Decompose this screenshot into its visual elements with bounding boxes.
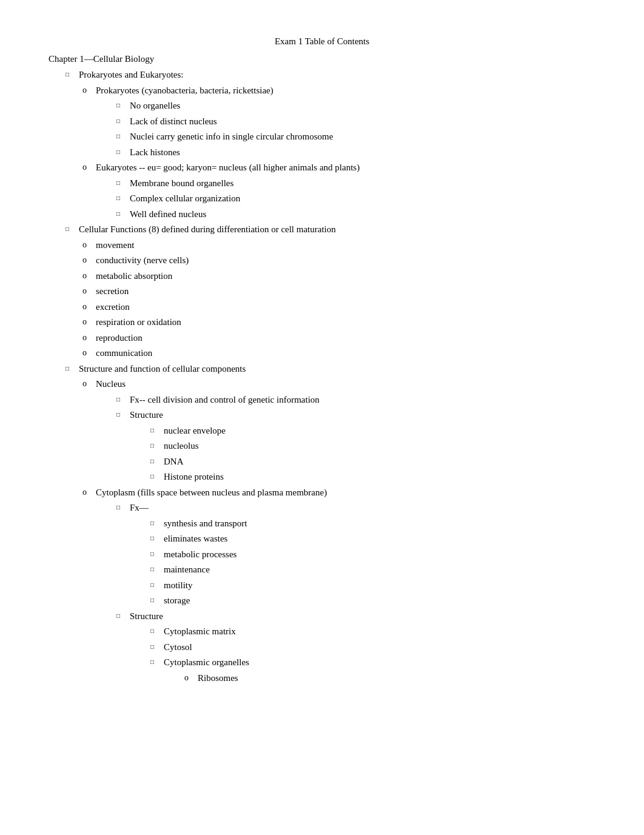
bullet-icon: □	[150, 640, 164, 651]
section-cellular-functions: □ Cellular Functions (8) defined during …	[49, 223, 595, 236]
page-container: Exam 1 Table of Contents Chapter 1—Cellu…	[49, 36, 595, 685]
item-text: Fx—	[130, 501, 595, 515]
item-cytoplasmic-matrix: □ Cytoplasmic matrix	[49, 625, 595, 639]
item-text: conductivity (nerve cells)	[96, 253, 595, 267]
item-nuclear-envelope: □ nuclear envelope	[49, 424, 595, 438]
item-text: Nuclei carry genetic info in single circ…	[130, 130, 595, 144]
bullet-icon: □	[116, 393, 130, 404]
item-nucleolus: □ nucleolus	[49, 439, 595, 453]
subsection-label: Nucleus	[96, 377, 595, 391]
item-text: Cytoplasmic organelles	[164, 656, 595, 669]
bullet-icon: □	[65, 223, 79, 233]
item-cytosol: □ Cytosol	[49, 640, 595, 654]
bullet-icon: □	[150, 532, 164, 543]
section-structure-function: □ Structure and function of cellular com…	[49, 362, 595, 376]
bullet-icon: □	[150, 594, 164, 605]
bullet-icon: □	[116, 176, 130, 187]
circle-icon: o	[82, 486, 96, 498]
item-text: storage	[164, 594, 595, 608]
item-text: nuclear envelope	[164, 424, 595, 438]
bullet-icon: □	[150, 517, 164, 528]
bullet-icon: □	[116, 130, 130, 141]
item-text: Cytosol	[164, 640, 595, 654]
bullet-icon: □	[150, 470, 164, 481]
item-text: Well defined nucleus	[130, 207, 595, 221]
item-text: nucleolus	[164, 439, 595, 453]
bullet-icon: □	[116, 192, 130, 203]
bullet-icon: □	[150, 548, 164, 558]
circle-icon: o	[82, 346, 96, 359]
section-label: Prokaryotes and Eukaryotes:	[79, 68, 595, 82]
bullet-icon: □	[116, 99, 130, 110]
item-cytoplasm-fx: □ Fx—	[49, 501, 595, 515]
subsection-eukaryotes: o Eukaryotes -- eu= good; karyon= nucleu…	[49, 161, 595, 175]
circle-icon: o	[82, 284, 96, 297]
item-text: synthesis and transport	[164, 517, 595, 531]
item-text: Lack of distinct nucleus	[130, 115, 595, 129]
item-lack-nucleus: □ Lack of distinct nucleus	[49, 115, 595, 129]
item-secretion: o secretion	[49, 284, 595, 298]
item-text: DNA	[164, 455, 595, 469]
bullet-icon: □	[116, 207, 130, 218]
item-text: Structure	[130, 408, 595, 422]
item-synthesis-transport: □ synthesis and transport	[49, 517, 595, 531]
bullet-icon: □	[150, 656, 164, 666]
circle-icon: o	[82, 161, 96, 173]
circle-icon: o	[82, 253, 96, 266]
item-metabolic-processes: □ metabolic processes	[49, 548, 595, 562]
item-text: reproduction	[96, 331, 595, 345]
item-complex-cellular: □ Complex cellular organization	[49, 192, 595, 206]
item-text: Structure	[130, 609, 595, 623]
bullet-icon: □	[150, 455, 164, 466]
item-reproduction: o reproduction	[49, 331, 595, 345]
item-lack-histones: □ Lack histones	[49, 146, 595, 159]
section-label: Cellular Functions (8) defined during di…	[79, 223, 595, 236]
item-text: communication	[96, 346, 595, 360]
bullet-icon: □	[116, 408, 130, 419]
subsection-label: Eukaryotes -- eu= good; karyon= nucleus …	[96, 161, 595, 175]
bullet-icon: □	[150, 439, 164, 450]
page-title: Exam 1 Table of Contents	[49, 36, 595, 47]
bullet-icon: □	[65, 362, 79, 373]
item-membrane-bound: □ Membrane bound organelles	[49, 176, 595, 190]
chapter-title: Chapter 1—Cellular Biology	[49, 54, 595, 64]
circle-icon: o	[184, 671, 198, 684]
item-motility: □ motility	[49, 578, 595, 592]
item-maintenance: □ maintenance	[49, 563, 595, 577]
item-respiration: o respiration or oxidation	[49, 315, 595, 329]
circle-icon: o	[82, 315, 96, 328]
item-text: Membrane bound organelles	[130, 176, 595, 190]
circle-icon: o	[82, 238, 96, 251]
item-text: Complex cellular organization	[130, 192, 595, 206]
section-prokaryotes: □ Prokaryotes and Eukaryotes:	[49, 68, 595, 82]
subsection-label: Prokaryotes (cyanobacteria, bacteria, ri…	[96, 84, 595, 98]
item-text: No organelles	[130, 99, 595, 113]
item-nucleus-structure: □ Structure	[49, 408, 595, 422]
item-cytoplasm-structure: □ Structure	[49, 609, 595, 623]
item-excretion: o excretion	[49, 300, 595, 314]
item-dna: □ DNA	[49, 455, 595, 469]
subsection-nucleus: o Nucleus	[49, 377, 595, 391]
item-text: Lack histones	[130, 146, 595, 159]
item-eliminates-wastes: □ eliminates wastes	[49, 532, 595, 546]
bullet-icon: □	[116, 609, 130, 620]
item-histone-proteins: □ Histone proteins	[49, 470, 595, 484]
section-label: Structure and function of cellular compo…	[79, 362, 595, 376]
item-text: metabolic absorption	[96, 269, 595, 283]
bullet-icon: □	[116, 115, 130, 126]
circle-icon: o	[82, 269, 96, 282]
circle-icon: o	[82, 84, 96, 96]
bullet-icon: □	[116, 501, 130, 512]
circle-icon: o	[82, 377, 96, 390]
bullet-icon: □	[116, 146, 130, 156]
item-text: Ribosomes	[198, 671, 595, 685]
circle-icon: o	[82, 300, 96, 313]
item-text: Histone proteins	[164, 470, 595, 484]
bullet-icon: □	[150, 424, 164, 435]
bullet-icon: □	[65, 68, 79, 79]
subsection-cytoplasm: o Cytoplasm (fills space between nucleus…	[49, 486, 595, 500]
item-conductivity: o conductivity (nerve cells)	[49, 253, 595, 267]
item-text: maintenance	[164, 563, 595, 577]
item-metabolic-absorption: o metabolic absorption	[49, 269, 595, 283]
item-text: movement	[96, 238, 595, 252]
